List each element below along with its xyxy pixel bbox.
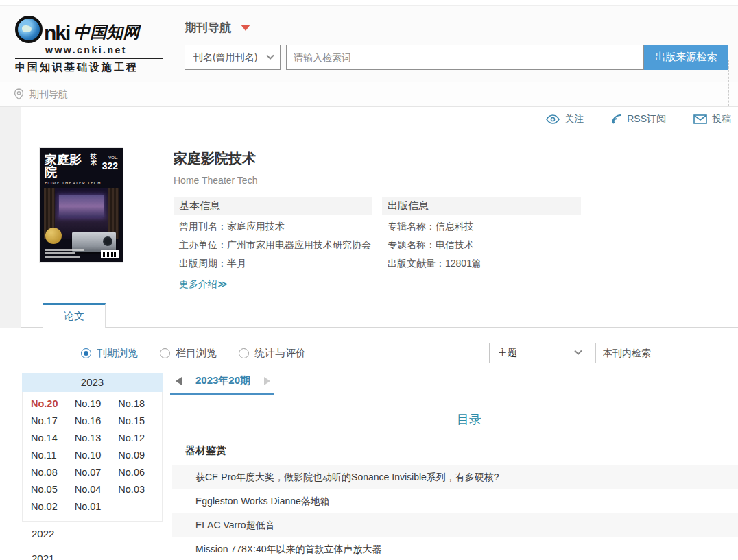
issue-link[interactable]: No.15 [118, 413, 162, 430]
issue-link[interactable]: No.03 [118, 481, 162, 498]
article-row[interactable]: 获CE Pro年度大奖，做影院也动听的Sonance Invisible系列，有… [172, 465, 738, 489]
journal-cover[interactable]: 家庭影院 技术 VOL. 322 HOME THEATER TECH [40, 148, 123, 262]
issue-link[interactable]: No.06 [118, 464, 162, 481]
journal-subtitle: Home Theater Tech [174, 175, 581, 186]
issue-link[interactable]: No.08 [31, 464, 75, 481]
site-header: nki 中国知网 www.cnki.net 中国知识基础设施工程 期刊导航 刊名… [0, 5, 738, 82]
submit-button[interactable]: 投稿 [693, 113, 731, 125]
left-gutter [0, 107, 21, 328]
follow-button[interactable]: 关注 [546, 113, 584, 125]
current-issue-tab[interactable]: 2023年20期 [195, 374, 250, 387]
journal-nav-label: 期刊导航 [184, 20, 231, 36]
journal-actions: 关注 RSS订阅 投稿 [21, 107, 738, 132]
article-list: 获CE Pro年度大奖，做影院也动听的Sonance Invisible系列，有… [170, 465, 738, 560]
year-2021-link[interactable]: 2021 [22, 546, 163, 560]
year-2023-header[interactable]: 2023 [22, 373, 163, 392]
eye-icon [546, 114, 560, 124]
info-row-frequency: 出版周期：半月 [174, 258, 372, 270]
logo-chinese: 中国知网 [73, 21, 139, 43]
radio-stats-eval[interactable]: 统计与评价 [239, 347, 306, 360]
dropdown-triangle-icon [241, 25, 250, 31]
breadcrumb: 期刊导航 [0, 82, 738, 107]
issue-link[interactable]: No.14 [31, 430, 75, 447]
issue-link[interactable]: No.18 [118, 395, 162, 413]
pub-info-column: 出版信息 专辑名称：信息科技 专题名称：电信技术 出版文献量：12801篇 [382, 197, 581, 291]
issue-link[interactable]: No.17 [31, 413, 75, 430]
info-row-sponsor: 主办单位：广州市家用电器应用技术研究协会 [174, 239, 372, 252]
submit-label: 投稿 [712, 113, 731, 125]
cover-subtitle: HOME THEATER TECH [40, 178, 123, 185]
journal-title: 家庭影院技术 [174, 149, 581, 168]
info-row-doc-count: 出版文献量：12801篇 [382, 258, 581, 270]
chevron-down-icon [574, 348, 582, 355]
radio-column-browse[interactable]: 栏目浏览 [160, 347, 217, 360]
year-issue-sidebar: 2023 No.20 No.19 No.18 No.17 No.16 No.15… [22, 373, 163, 560]
article-row[interactable]: Eggleston Works Dianne落地箱 [172, 489, 738, 513]
chevron-down-icon [266, 51, 274, 59]
rss-label: RSS订阅 [627, 113, 666, 125]
issue-pager: 2023年20期 [170, 373, 738, 395]
next-issue-arrow-icon[interactable] [264, 377, 270, 385]
toc-title: 目录 [170, 411, 738, 428]
year-2022-link[interactable]: 2022 [22, 522, 163, 546]
location-pin-icon [14, 88, 24, 100]
journal-nav-dropdown[interactable]: 期刊导航 [184, 20, 728, 36]
article-row[interactable]: ELAC Varro超低音 [172, 513, 738, 537]
issue-link[interactable]: No.20 [31, 395, 75, 413]
issue-link[interactable]: No.10 [75, 447, 119, 464]
logo-url: www.cnki.net [45, 45, 163, 56]
envelope-icon [693, 114, 707, 124]
cover-award-badge [45, 228, 62, 244]
in-journal-search-input[interactable] [595, 343, 738, 363]
issue-link[interactable]: No.19 [75, 395, 119, 413]
radio-on-icon [81, 348, 91, 358]
radio-off-icon [239, 348, 249, 358]
issue-link[interactable]: No.12 [118, 430, 162, 447]
issue-link[interactable]: No.01 [75, 498, 119, 515]
info-row-former-title: 曾用刊名：家庭应用技术 [174, 221, 372, 233]
search-field-select[interactable]: 刊名(曾用刊名) [184, 45, 281, 70]
issue-link[interactable]: No.05 [31, 481, 75, 498]
radio-issue-browse-label: 刊期浏览 [97, 347, 138, 360]
toc-section-heading: 器材鉴赏 [185, 444, 738, 457]
globe-icon [15, 16, 43, 43]
search-input[interactable] [286, 45, 644, 70]
journal-info-section: 家庭影院 技术 VOL. 322 HOME THEATER TECH [21, 132, 738, 303]
more-intro-link[interactable]: 更多介绍≫ [179, 278, 228, 291]
info-row-album: 专辑名称：信息科技 [382, 221, 581, 233]
cover-issue-number: VOL. 322 [102, 154, 118, 178]
topic-select[interactable]: 主题 [489, 343, 588, 363]
radio-issue-browse[interactable]: 刊期浏览 [81, 347, 138, 360]
issue-grid: No.20 No.19 No.18 No.17 No.16 No.15 No.1… [22, 392, 163, 522]
issue-link[interactable]: No.04 [75, 481, 119, 498]
content-panel: 关注 RSS订阅 投稿 [21, 107, 738, 560]
tab-bar: 论文 [21, 303, 738, 328]
issue-link[interactable]: No.07 [75, 464, 119, 481]
source-search-button[interactable]: 出版来源检索 [644, 45, 728, 70]
rss-button[interactable]: RSS订阅 [611, 113, 666, 125]
issue-link[interactable]: No.02 [31, 498, 75, 515]
top-strip [0, 0, 738, 5]
issue-link[interactable]: No.16 [75, 413, 119, 430]
issue-link[interactable]: No.13 [75, 430, 119, 447]
issue-link[interactable]: No.11 [31, 447, 75, 464]
basic-info-heading: 基本信息 [174, 197, 372, 215]
cover-title: 家庭影院 [45, 154, 90, 178]
radio-stats-eval-label: 统计与评价 [254, 347, 306, 360]
issue-link[interactable]: No.09 [118, 447, 162, 464]
tab-papers[interactable]: 论文 [43, 303, 106, 328]
logo-subtitle: 中国知识基础设施工程 [15, 58, 163, 74]
cnki-logo[interactable]: nki 中国知网 www.cnki.net 中国知识基础设施工程 [15, 6, 163, 82]
logo-word: nki [44, 23, 69, 43]
prev-issue-arrow-icon[interactable] [176, 377, 182, 385]
follow-label: 关注 [564, 113, 584, 125]
basic-info-column: 基本信息 曾用刊名：家庭应用技术 主办单位：广州市家用电器应用技术研究协会 出版… [174, 197, 372, 291]
cover-title-side: 技术 [91, 154, 102, 178]
article-row[interactable]: Mission 778X:40年以来的首款立体声放大器 [172, 537, 738, 560]
cover-text-lines [45, 247, 84, 258]
info-row-topic: 专题名称：电信技术 [382, 239, 581, 252]
breadcrumb-label[interactable]: 期刊导航 [29, 88, 68, 101]
radio-column-browse-label: 栏目浏览 [176, 347, 217, 360]
radio-off-icon [160, 348, 170, 358]
topic-select-value: 主题 [498, 347, 517, 359]
